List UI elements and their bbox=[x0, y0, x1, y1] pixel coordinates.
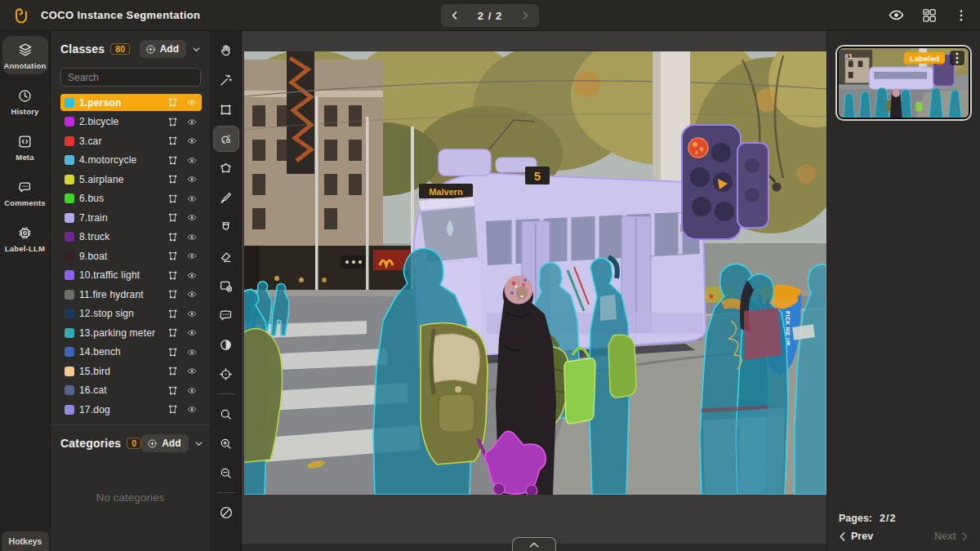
class-row[interactable]: 11.fire hydrant bbox=[60, 286, 202, 303]
class-search-input[interactable] bbox=[60, 68, 201, 87]
class-row[interactable]: 7.train bbox=[60, 209, 202, 226]
polygon-count-icon[interactable] bbox=[167, 251, 179, 261]
polygon-count-icon[interactable] bbox=[167, 117, 179, 127]
magnet-tool[interactable] bbox=[214, 215, 238, 239]
visibility-toggle-icon[interactable] bbox=[888, 7, 905, 24]
visibility-icon[interactable] bbox=[186, 289, 198, 300]
annotation-canvas[interactable]: 5 Malvern 151 bbox=[242, 31, 826, 551]
magic-wand-tool[interactable] bbox=[214, 68, 238, 92]
polygon-count-icon[interactable] bbox=[167, 193, 179, 204]
polygon-count-icon[interactable] bbox=[167, 309, 179, 319]
visibility-icon[interactable] bbox=[186, 212, 198, 223]
zoom-out-tool[interactable] bbox=[214, 460, 238, 485]
hotkeys-tab[interactable]: Hotkeys bbox=[2, 531, 49, 551]
polygon-count-icon[interactable] bbox=[167, 232, 179, 242]
class-label: 12.stop sign bbox=[79, 308, 167, 319]
delete-region-tool[interactable] bbox=[214, 273, 238, 298]
disable-tool[interactable] bbox=[214, 500, 238, 525]
more-menu-icon[interactable] bbox=[954, 8, 969, 23]
brush-tool[interactable] bbox=[214, 185, 238, 210]
crosshair-tool[interactable] bbox=[214, 362, 238, 386]
sidebar-item-annotation[interactable]: Annotation bbox=[2, 36, 48, 74]
class-row[interactable]: 10.traffic light bbox=[60, 267, 202, 284]
class-color-swatch bbox=[65, 347, 74, 357]
add-category-button[interactable]: Add bbox=[141, 434, 188, 452]
polygon-count-icon[interactable] bbox=[167, 289, 179, 300]
class-row[interactable]: 8.truck bbox=[60, 229, 202, 246]
class-color-swatch bbox=[65, 175, 74, 184]
class-row[interactable]: 14.bench bbox=[60, 344, 202, 361]
class-row[interactable]: 6.bus bbox=[60, 190, 202, 207]
sidebar-item-comments[interactable]: Comments bbox=[2, 174, 48, 211]
class-row[interactable]: 5.airplane bbox=[60, 171, 202, 188]
visibility-icon[interactable] bbox=[186, 155, 198, 166]
visibility-icon[interactable] bbox=[186, 404, 198, 415]
class-row[interactable]: 1.person bbox=[60, 94, 202, 111]
classes-collapse-icon[interactable] bbox=[191, 44, 202, 55]
bbox-tool[interactable] bbox=[214, 97, 238, 122]
eraser-tool[interactable] bbox=[214, 244, 238, 269]
visibility-icon[interactable] bbox=[186, 347, 198, 358]
sidebar-item-history[interactable]: History bbox=[2, 82, 48, 120]
polygon-count-icon[interactable] bbox=[167, 97, 179, 108]
visibility-icon[interactable] bbox=[186, 251, 198, 261]
pan-tool[interactable] bbox=[214, 38, 238, 63]
class-row[interactable]: 4.motorcycle bbox=[60, 152, 202, 169]
gallery-panel: #1 Labeled Pages: 2/2 Prev Next bbox=[826, 31, 980, 551]
visibility-icon[interactable] bbox=[186, 232, 198, 242]
polygon-count-icon[interactable] bbox=[167, 212, 179, 223]
class-color-swatch bbox=[65, 98, 74, 108]
class-row[interactable]: 15.bird bbox=[60, 362, 202, 380]
thumbnail-menu-icon[interactable] bbox=[950, 51, 964, 65]
visibility-icon[interactable] bbox=[186, 385, 198, 396]
polygon-count-icon[interactable] bbox=[167, 404, 179, 415]
visibility-icon[interactable] bbox=[186, 174, 198, 184]
polygon-tool[interactable] bbox=[214, 156, 238, 180]
contrast-tool[interactable] bbox=[214, 332, 238, 357]
visibility-icon[interactable] bbox=[186, 117, 198, 127]
polygon-count-icon[interactable] bbox=[167, 174, 179, 184]
class-row[interactable]: 17.dog bbox=[60, 401, 202, 418]
ai-segment-tool[interactable] bbox=[214, 127, 238, 151]
sidebar-item-label-llm[interactable]: Label-LLM bbox=[2, 220, 48, 257]
class-row[interactable]: 9.boat bbox=[60, 247, 202, 264]
class-label: 7.train bbox=[79, 212, 167, 224]
next-page-button[interactable]: Next bbox=[934, 531, 969, 542]
image-thumbnail-card[interactable]: #1 Labeled bbox=[835, 45, 972, 121]
categories-collapse-icon[interactable] bbox=[194, 438, 204, 449]
class-row[interactable]: 16.cat bbox=[60, 382, 202, 399]
search-zoom-tool[interactable] bbox=[214, 402, 238, 426]
class-row[interactable]: 13.parking meter bbox=[60, 324, 202, 341]
visibility-icon[interactable] bbox=[186, 309, 198, 319]
visibility-icon[interactable] bbox=[186, 136, 198, 146]
app-logo-icon bbox=[11, 6, 31, 25]
visibility-icon[interactable] bbox=[186, 97, 198, 108]
class-row[interactable]: 3.car bbox=[60, 132, 202, 149]
pager-next-icon[interactable] bbox=[519, 9, 532, 22]
class-label: 11.fire hydrant bbox=[79, 289, 167, 300]
expand-panel-tab[interactable] bbox=[512, 537, 556, 551]
traffic-light-mask[interactable] bbox=[682, 125, 768, 239]
polygon-count-icon[interactable] bbox=[167, 270, 179, 281]
polygon-count-icon[interactable] bbox=[167, 385, 179, 396]
zoom-in-tool[interactable] bbox=[214, 431, 238, 455]
classes-panel: Classes 80 Add 1.person 2 bbox=[51, 31, 211, 551]
class-row[interactable]: 2.bicycle bbox=[60, 113, 202, 131]
comment-tool[interactable] bbox=[214, 303, 238, 327]
add-class-button[interactable]: Add bbox=[140, 40, 186, 58]
prev-page-button[interactable]: Prev bbox=[839, 531, 873, 542]
polygon-count-icon[interactable] bbox=[167, 136, 179, 146]
sidebar-item-meta[interactable]: Meta bbox=[2, 128, 48, 166]
class-row[interactable]: 12.stop sign bbox=[60, 305, 202, 322]
annotation-image[interactable]: 5 Malvern 151 bbox=[244, 51, 826, 495]
pager-prev-icon[interactable] bbox=[448, 9, 461, 22]
polygon-count-icon[interactable] bbox=[167, 347, 179, 358]
visibility-icon[interactable] bbox=[186, 193, 198, 204]
polygon-count-icon[interactable] bbox=[167, 366, 179, 376]
visibility-icon[interactable] bbox=[186, 366, 198, 376]
polygon-count-icon[interactable] bbox=[167, 327, 179, 338]
polygon-count-icon[interactable] bbox=[167, 155, 179, 166]
layout-grid-icon[interactable] bbox=[921, 7, 938, 24]
visibility-icon[interactable] bbox=[186, 270, 198, 281]
visibility-icon[interactable] bbox=[186, 327, 198, 338]
